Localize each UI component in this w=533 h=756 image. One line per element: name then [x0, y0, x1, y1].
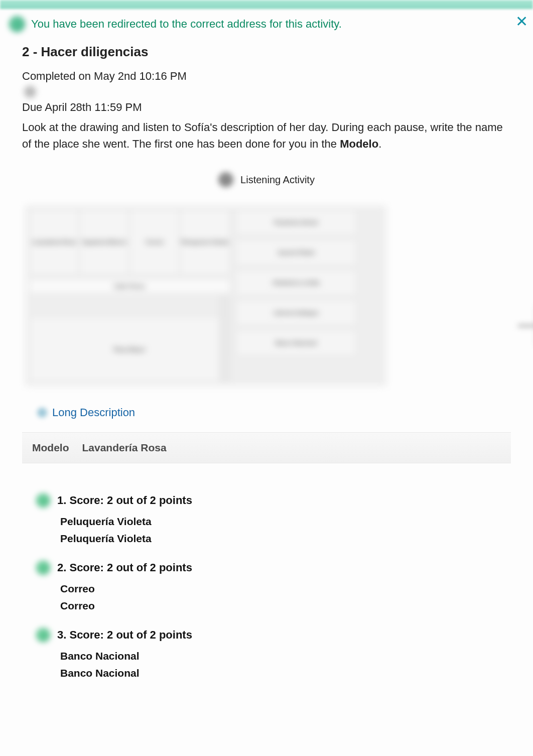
- map-block: Librería Gallegos: [236, 300, 356, 326]
- instructions-period: .: [378, 138, 381, 150]
- correct-answer: Peluquería Violeta: [60, 533, 511, 545]
- map-block: Lavandería Rosa: [29, 209, 79, 275]
- map-plaza: Plaza Mayor: [29, 317, 230, 382]
- modelo-label: Modelo: [32, 442, 69, 454]
- listening-activity-button[interactable]: Listening Activity: [22, 172, 511, 187]
- correct-answer: Correo: [60, 600, 511, 612]
- compass-icon: [518, 306, 533, 346]
- answer-score-row: 3. Score: 2 out of 2 points: [36, 628, 511, 642]
- correct-answer: Banco Nacional: [60, 667, 511, 679]
- map-block: Pastelería Simón: [236, 209, 356, 235]
- map-block: Heladería La Italia: [236, 270, 356, 296]
- map-avenue: [219, 296, 231, 381]
- close-icon[interactable]: ✕: [515, 14, 528, 29]
- correct-icon: [36, 493, 50, 508]
- map-block: Banco Nacional: [236, 330, 356, 356]
- success-icon: [9, 16, 25, 32]
- correct-icon: [36, 561, 50, 575]
- status-icon: [24, 86, 36, 98]
- audio-icon: [218, 172, 233, 187]
- modelo-bar: Modelo Lavandería Rosa: [22, 432, 511, 463]
- modelo-answer: Lavandería Rosa: [82, 442, 167, 454]
- instructions-bold: Modelo: [340, 138, 378, 150]
- map-block: Correo: [129, 209, 180, 275]
- decorative-top-bar: [0, 0, 533, 9]
- map-block: Joyería Platón: [236, 239, 356, 266]
- redirect-message: You have been redirected to the correct …: [31, 18, 342, 31]
- answer-score-row: 2. Score: 2 out of 2 points: [36, 561, 511, 575]
- user-answer: Peluquería Violeta: [60, 516, 511, 528]
- map-container: Lavandería Rosa Zapatería México Correo …: [25, 205, 508, 386]
- map-block: Peluquería Violeta: [180, 209, 230, 275]
- answers-section: 1. Score: 2 out of 2 points Peluquería V…: [22, 493, 511, 679]
- listening-label: Listening Activity: [240, 174, 315, 186]
- due-date: Due April 28th 11:59 PM: [22, 101, 511, 114]
- answer-item: 3. Score: 2 out of 2 points Banco Nacion…: [36, 628, 511, 679]
- answer-item: 1. Score: 2 out of 2 points Peluquería V…: [36, 493, 511, 545]
- correct-icon: [36, 628, 50, 642]
- answer-score-row: 1. Score: 2 out of 2 points: [36, 493, 511, 508]
- info-icon: [37, 408, 47, 418]
- activity-title: 2 - Hacer diligencias: [22, 44, 511, 60]
- map-street-label: Calle Flores: [29, 280, 230, 293]
- user-answer: Correo: [60, 583, 511, 595]
- instructions: Look at the drawing and listen to Sofía'…: [22, 119, 511, 152]
- instructions-text: Look at the drawing and listen to Sofía'…: [22, 121, 503, 150]
- answer-score: 3. Score: 2 out of 2 points: [57, 628, 192, 642]
- answer-item: 2. Score: 2 out of 2 points Correo Corre…: [36, 561, 511, 612]
- answer-score: 1. Score: 2 out of 2 points: [57, 494, 192, 507]
- completed-on: Completed on May 2nd 10:16 PM: [22, 70, 511, 83]
- map-block: Zapatería México: [79, 209, 129, 275]
- user-answer: Banco Nacional: [60, 650, 511, 662]
- redirect-notice: You have been redirected to the correct …: [0, 9, 533, 39]
- map-image: Lavandería Rosa Zapatería México Correo …: [25, 205, 386, 386]
- long-description-link[interactable]: Long Description: [37, 406, 135, 419]
- answer-score: 2. Score: 2 out of 2 points: [57, 561, 192, 574]
- long-description-label: Long Description: [52, 406, 135, 419]
